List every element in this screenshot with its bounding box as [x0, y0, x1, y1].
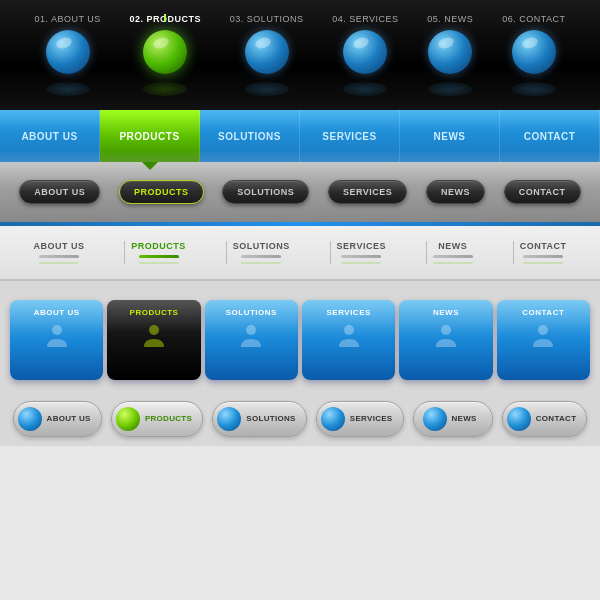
nav1-label-contact: 06. CONTACT	[502, 14, 565, 24]
nav4-contact-label: CONTACT	[520, 241, 567, 251]
nav4-services-bar	[341, 255, 381, 258]
nav2-glow	[0, 150, 600, 162]
oval-solutions-label: SOLUTIONS	[246, 414, 295, 423]
nav1-item-solutions[interactable]: 03. SOLUTIONS	[230, 14, 304, 96]
sphere-news	[428, 30, 472, 74]
oval-services[interactable]: SERVICES	[316, 401, 404, 437]
sphere-contact	[512, 30, 556, 74]
nav6-oval-sphere: ABOUT US PRODUCTS SOLUTIONS SERVICES NEW…	[0, 391, 600, 446]
sq-about-label: ABOUT US	[34, 308, 80, 317]
nav4-products-reflect	[139, 262, 179, 264]
oval-solutions[interactable]: SOLUTIONS	[212, 401, 306, 437]
mini-sphere-products	[116, 407, 140, 431]
person-icon-contact	[528, 321, 558, 351]
sq-about[interactable]: ABOUT US	[10, 300, 103, 380]
nav4-products-label: PRODUCTS	[131, 241, 186, 251]
person-icon-about	[42, 321, 72, 351]
nav1-dark-spheres: 01. ABOUT US 02. PRODUCTS 03. SOLUTIONS …	[0, 0, 600, 110]
sq-news-label: NEWS	[433, 308, 459, 317]
nav4-products-bar	[139, 255, 179, 258]
oval-news-label: NEWS	[452, 414, 477, 423]
svg-point-0	[52, 325, 62, 335]
sphere-solutions	[245, 30, 289, 74]
person-icon-services	[334, 321, 364, 351]
sq-solutions[interactable]: SOLUTIONS	[205, 300, 298, 380]
nav4-about-label: ABOUT US	[33, 241, 84, 251]
svg-point-4	[441, 325, 451, 335]
sq-contact[interactable]: CONTACT	[497, 300, 590, 380]
nav4-solutions[interactable]: SOLUTIONS	[227, 241, 296, 264]
pill-services[interactable]: SERVICES	[328, 180, 407, 204]
sq-solutions-label: SOLUTIONS	[226, 308, 277, 317]
nav4-about-reflect	[39, 262, 79, 264]
nav4-news[interactable]: NEWS	[427, 241, 479, 264]
nav4-news-reflect	[433, 262, 473, 264]
nav2-contact-label: CONTACT	[524, 131, 576, 142]
oval-services-label: SERVICES	[350, 414, 393, 423]
nav4-solutions-reflect	[241, 262, 281, 264]
nav1-label-news: 05. NEWS	[427, 14, 473, 24]
mini-sphere-services	[321, 407, 345, 431]
svg-point-1	[149, 325, 159, 335]
nav1-label-solutions: 03. SOLUTIONS	[230, 14, 304, 24]
nav4-solutions-label: SOLUTIONS	[233, 241, 290, 251]
nav2-blue-tabs: ABOUT US PRODUCTS SOLUTIONS SERVICES NEW…	[0, 110, 600, 162]
oval-news[interactable]: NEWS	[413, 401, 493, 437]
nav4-services-label: SERVICES	[337, 241, 386, 251]
svg-point-3	[344, 325, 354, 335]
nav1-label-about: 01. ABOUT US	[34, 14, 100, 24]
oval-contact[interactable]: CONTACT	[502, 401, 588, 437]
nav2-services-label: SERVICES	[322, 131, 376, 142]
sphere-reflect-products	[143, 82, 187, 96]
sq-services[interactable]: SERVICES	[302, 300, 395, 380]
pill-news[interactable]: NEWS	[426, 180, 485, 204]
nav4-news-bar	[433, 255, 473, 258]
nav2-about-label: ABOUT US	[21, 131, 77, 142]
pill-solutions[interactable]: SOLUTIONS	[222, 180, 309, 204]
nav2-solutions-label: SOLUTIONS	[218, 131, 281, 142]
nav4-news-label: NEWS	[438, 241, 467, 251]
person-icon-solutions	[236, 321, 266, 351]
pill-about[interactable]: ABOUT US	[19, 180, 100, 204]
sq-news[interactable]: NEWS	[399, 300, 492, 380]
sq-contact-label: CONTACT	[522, 308, 564, 317]
mini-sphere-contact	[507, 407, 531, 431]
mini-sphere-about	[18, 407, 42, 431]
pill-contact[interactable]: CONTACT	[504, 180, 581, 204]
nav4-services[interactable]: SERVICES	[331, 241, 392, 264]
nav4-contact[interactable]: CONTACT	[514, 241, 573, 264]
nav1-item-services[interactable]: 04. SERVICES	[332, 14, 398, 96]
nav2-news-label: NEWS	[434, 131, 466, 142]
oval-contact-label: CONTACT	[536, 414, 577, 423]
sphere-reflect-news	[428, 82, 472, 96]
person-icon-products	[139, 321, 169, 351]
nav4-contact-bar	[523, 255, 563, 258]
mini-sphere-solutions	[217, 407, 241, 431]
sphere-reflect-solutions	[245, 82, 289, 96]
nav1-item-contact[interactable]: 06. CONTACT	[502, 14, 565, 96]
sphere-reflect-contact	[512, 82, 556, 96]
sq-products[interactable]: PRODUCTS	[107, 300, 200, 380]
nav4-about[interactable]: ABOUT US	[27, 241, 90, 264]
person-icon-news	[431, 321, 461, 351]
nav3-pill-buttons: ABOUT US PRODUCTS SOLUTIONS SERVICES NEW…	[0, 162, 600, 222]
oval-about-label: ABOUT US	[47, 414, 91, 423]
nav4-solutions-bar	[241, 255, 281, 258]
mini-sphere-news	[423, 407, 447, 431]
pill-products[interactable]: PRODUCTS	[119, 180, 204, 204]
nav2-products-label: PRODUCTS	[119, 131, 179, 142]
svg-point-2	[246, 325, 256, 335]
svg-point-5	[538, 325, 548, 335]
nav1-item-about[interactable]: 01. ABOUT US	[34, 14, 100, 96]
nav4-about-bar	[39, 255, 79, 258]
nav1-item-news[interactable]: 05. NEWS	[427, 14, 473, 96]
nav4-contact-reflect	[523, 262, 563, 264]
nav4-products[interactable]: PRODUCTS	[125, 241, 192, 264]
nav4-services-reflect	[341, 262, 381, 264]
nav1-item-products[interactable]: 02. PRODUCTS	[130, 14, 202, 96]
oval-about[interactable]: ABOUT US	[13, 401, 102, 437]
sphere-reflect-services	[343, 82, 387, 96]
sphere-services	[343, 30, 387, 74]
active-line-products	[164, 14, 166, 22]
oval-products[interactable]: PRODUCTS	[111, 401, 203, 437]
